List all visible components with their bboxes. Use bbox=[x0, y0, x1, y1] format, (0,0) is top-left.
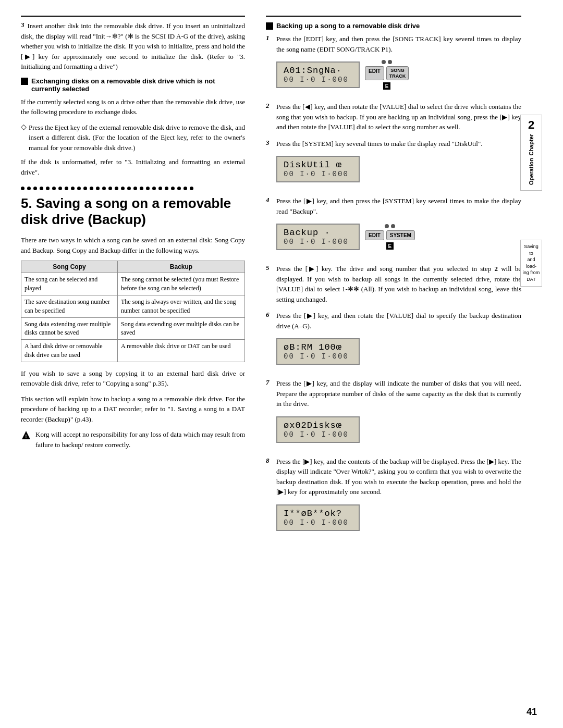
table-row: The song can be selected and played The … bbox=[21, 273, 245, 295]
right-step-8-text: Press the [▶] key, and the contents of t… bbox=[276, 456, 521, 497]
table-row: A hard disk drive or removable disk driv… bbox=[21, 340, 245, 362]
step7-lcd-container: øx02Disksœ 00 I·0 I·000 bbox=[276, 413, 521, 446]
right-step-8: 8 Press the [▶] key, and the contents of… bbox=[266, 456, 521, 538]
dot-5 bbox=[46, 187, 50, 190]
backup-section-heading: Backing up a song to a removable disk dr… bbox=[266, 22, 521, 30]
step-3-block: 3 Insert another disk into the removable… bbox=[21, 21, 245, 72]
body-text-3: This section will explain how to backup … bbox=[21, 394, 245, 425]
right-step-8-content: Press the [▶] key, and the contents of t… bbox=[276, 456, 521, 538]
step4-lcd-container: Backup · 00 I·0 I·000 EDIT SYSTEM E bbox=[276, 220, 521, 253]
dot-27 bbox=[183, 187, 187, 190]
table-col1-header: Song Copy bbox=[21, 261, 118, 273]
dot-18 bbox=[127, 187, 131, 190]
step4-lcd-line2: 00 I·0 I·000 bbox=[284, 238, 352, 246]
dot-28 bbox=[190, 187, 193, 190]
step1-led-dot2 bbox=[388, 60, 392, 64]
dot-9 bbox=[71, 187, 75, 190]
right-step-2-text: Press the [◀] key, and then rotate the [… bbox=[276, 102, 521, 132]
intro-text1: There are two ways in which a song can b… bbox=[21, 235, 245, 255]
warning-text: Korg will accept no responsibility for a… bbox=[35, 429, 245, 450]
dot-14 bbox=[102, 187, 106, 190]
right-step-6-content: Press the [▶] key, and then rotate the [… bbox=[276, 311, 521, 372]
table-cell-3-1: Song data extending over multiple disks … bbox=[21, 317, 118, 340]
right-step-2-content: Press the [◀] key, and then rotate the [… bbox=[276, 102, 521, 132]
step4-buttons: EDIT SYSTEM E bbox=[365, 224, 415, 250]
backup-heading-square-icon bbox=[266, 22, 273, 30]
page: 3 Insert another disk into the removable… bbox=[0, 0, 563, 728]
dot-10 bbox=[77, 187, 81, 190]
step1-lcd-container: A01:SngNa· 00 I·0 I·000 EDIT SONGTRACK E bbox=[276, 58, 521, 91]
right-step-3-content: Press the [SYSTEM] key several times to … bbox=[276, 139, 521, 190]
step1-lcd: A01:SngNa· 00 I·0 I·000 bbox=[276, 61, 360, 88]
edit-button[interactable]: EDIT bbox=[365, 66, 384, 81]
step4-lcd-line1: Backup · bbox=[284, 228, 352, 238]
exchanging-body1: If the currently selected song is on a d… bbox=[21, 97, 245, 117]
svg-text:!: ! bbox=[25, 434, 27, 439]
dot-1 bbox=[21, 187, 25, 190]
step4-system-button[interactable]: SYSTEM bbox=[386, 230, 415, 240]
step4-led-dot2 bbox=[391, 224, 395, 228]
dot-25 bbox=[171, 187, 175, 190]
e-badge-4: E bbox=[386, 242, 394, 250]
warning-block: ! Korg will accept no responsibility for… bbox=[21, 429, 245, 450]
right-step-5-content: Press the [▶] key. The drive and song nu… bbox=[276, 264, 521, 304]
step3-lcd-line2: 00 I·0 I·000 bbox=[284, 170, 352, 178]
right-step-7-number: 7 bbox=[266, 378, 276, 450]
right-step-3-number: 3 bbox=[266, 139, 276, 190]
exchanging-body2: If the disk is unformatted, refer to "3.… bbox=[21, 157, 245, 177]
step6-lcd-line2: 00 I·0 I·000 bbox=[284, 352, 352, 361]
main-title-number: 5. bbox=[21, 195, 36, 211]
dot-11 bbox=[83, 187, 87, 190]
step7-lcd-line2: 00 I·0 I·000 bbox=[284, 430, 352, 439]
dot-15 bbox=[108, 187, 112, 190]
right-step-1-content: Press the [EDIT] key, and then press the… bbox=[276, 34, 521, 95]
main-title-text: Saving a song on a removable disk drive … bbox=[21, 195, 231, 227]
table-cell-2-1: The save destination song number can be … bbox=[21, 295, 118, 317]
right-step-2-number: 2 bbox=[266, 102, 276, 132]
warning-triangle-icon: ! bbox=[21, 430, 31, 440]
dot-4 bbox=[40, 187, 43, 190]
diamond-icon: ◇ bbox=[21, 122, 27, 131]
body-text-2: If you wish to save a song by copying it… bbox=[21, 368, 245, 389]
dot-3 bbox=[33, 187, 37, 190]
right-step-6-text: Press the [▶] key, and then rotate the [… bbox=[276, 311, 521, 331]
exchanging-heading: Exchanging disks on a removable disk dri… bbox=[21, 77, 245, 93]
dot-26 bbox=[177, 187, 181, 190]
top-divider bbox=[21, 16, 245, 17]
table-cell-1-2: The song cannot be selected (you must Re… bbox=[118, 273, 245, 295]
step3-lcd-container: DiskUtil œ 00 I·0 I·000 bbox=[276, 153, 521, 186]
table-col2-header: Backup bbox=[118, 261, 245, 273]
step1-lcd-line1: A01:SngNa· bbox=[284, 66, 352, 76]
step1-buttons: EDIT SONGTRACK E bbox=[365, 60, 409, 90]
dot-21 bbox=[146, 187, 150, 190]
dot-23 bbox=[158, 187, 162, 190]
step-3-text: Insert another disk into the removable d… bbox=[21, 21, 245, 72]
dot-8 bbox=[65, 187, 68, 190]
step8-lcd-container: I**øB**ok? 00 I·0 I·000 bbox=[276, 501, 521, 534]
table-cell-3-2: Song data extending over multiple disks … bbox=[118, 317, 245, 340]
step4-edit-button[interactable]: EDIT bbox=[365, 230, 384, 240]
right-step-7-text: Press the [▶] key, and the display will … bbox=[276, 378, 521, 409]
exchanging-diamond-text: Press the Eject key of the external remo… bbox=[29, 122, 245, 153]
dot-20 bbox=[140, 187, 143, 190]
main-section-title: 5. Saving a song on a removable disk dri… bbox=[21, 195, 245, 228]
right-step-1-text: Press the [EDIT] key, and then press the… bbox=[276, 34, 521, 54]
dotted-separator bbox=[21, 187, 245, 190]
right-step-3: 3 Press the [SYSTEM] key several times t… bbox=[266, 139, 521, 190]
dot-6 bbox=[52, 187, 56, 190]
right-step-8-number: 8 bbox=[266, 456, 276, 538]
step7-lcd-line1: øx02Disksœ bbox=[284, 421, 352, 430]
dot-22 bbox=[152, 187, 156, 190]
step3-lcd-line1: DiskUtil œ bbox=[284, 160, 352, 170]
song-track-button[interactable]: SONGTRACK bbox=[386, 66, 409, 81]
right-column: Backing up a song to a removable disk dr… bbox=[255, 0, 532, 728]
right-step-1: 1 Press the [EDIT] key, and then press t… bbox=[266, 34, 521, 95]
right-step-1-number: 1 bbox=[266, 34, 276, 95]
dot-24 bbox=[165, 187, 168, 190]
backup-heading-text: Backing up a song to a removable disk dr… bbox=[276, 22, 420, 30]
page-number: 41 bbox=[527, 707, 537, 718]
step8-lcd: I**øB**ok? 00 I·0 I·000 bbox=[276, 504, 360, 531]
right-step-5-number: 5 bbox=[266, 264, 276, 304]
saving-label-text: Saving toand load-ing fromDAT bbox=[522, 243, 540, 283]
right-step-5: 5 Press the [▶] key. The drive and song … bbox=[266, 264, 521, 304]
